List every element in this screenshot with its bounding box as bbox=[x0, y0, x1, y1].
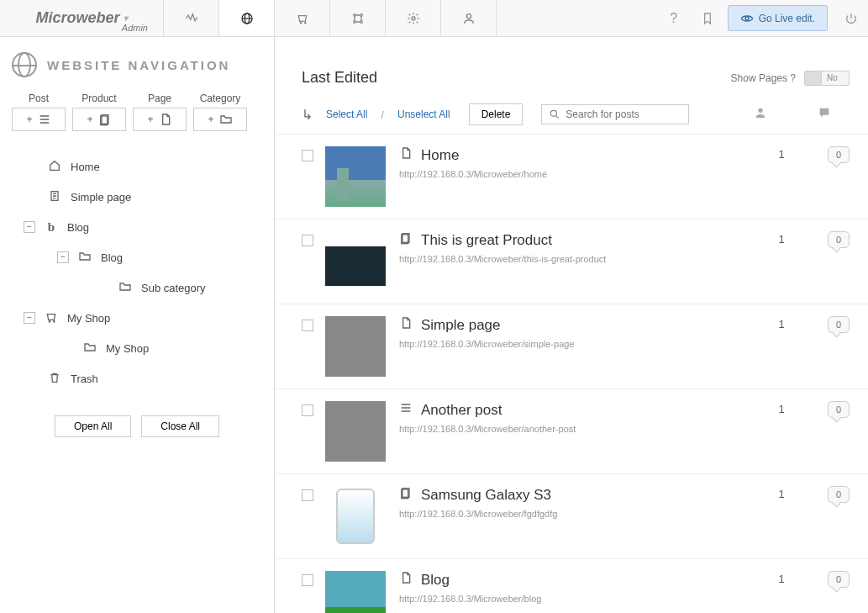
globe-icon bbox=[12, 52, 37, 77]
brand-logo[interactable]: Microweber ▾ Admin bbox=[0, 0, 164, 36]
svg-point-15 bbox=[54, 320, 55, 321]
row-type-icon bbox=[399, 571, 413, 589]
row-checkbox[interactable] bbox=[302, 489, 313, 501]
add-row: Post + Product + Page + Category + bbox=[12, 92, 262, 131]
content-row[interactable]: Samsung Galaxy S3http://192.168.0.3/Micr… bbox=[275, 474, 868, 559]
show-pages-label: Show Pages ? bbox=[731, 72, 796, 84]
row-comments-count[interactable]: 0 bbox=[828, 146, 850, 163]
row-type-icon bbox=[399, 316, 413, 334]
select-all-link[interactable]: Select All bbox=[326, 108, 367, 120]
tree-trash[interactable]: Trash bbox=[12, 363, 262, 394]
unselect-all-link[interactable]: Unselect All bbox=[397, 108, 450, 120]
show-pages-toggle[interactable]: No bbox=[804, 71, 850, 86]
row-comments-count[interactable]: 0 bbox=[828, 316, 850, 333]
row-thumbnail[interactable] bbox=[325, 571, 386, 613]
help-icon[interactable]: ? bbox=[657, 0, 691, 36]
row-url: http://192.168.0.3/Microweber/fgdfgdfg bbox=[399, 509, 760, 519]
row-checkbox[interactable] bbox=[302, 404, 313, 416]
row-checkbox[interactable] bbox=[302, 150, 313, 161]
go-live-label: Go Live edit. bbox=[759, 13, 815, 24]
collapse-icon[interactable]: − bbox=[24, 221, 35, 233]
add-page-button[interactable]: + bbox=[133, 108, 187, 131]
nav-tree: Home Simple page − b Blog − Blog Sub cat… bbox=[12, 151, 262, 394]
content-row[interactable]: Bloghttp://192.168.0.3/Microweber/blog10 bbox=[275, 559, 868, 613]
page-icon bbox=[45, 189, 64, 205]
content-row[interactable]: This is great Producthttp://192.168.0.3/… bbox=[275, 219, 868, 304]
row-author-count: 1 bbox=[760, 488, 802, 500]
row-thumbnail[interactable] bbox=[325, 486, 386, 547]
row-thumbnail[interactable] bbox=[325, 146, 386, 207]
nav-shop-icon[interactable] bbox=[275, 0, 330, 36]
collapse-icon[interactable]: − bbox=[24, 312, 35, 324]
search-box[interactable] bbox=[541, 104, 689, 124]
row-title: This is great Product bbox=[421, 232, 552, 249]
svg-point-6 bbox=[353, 20, 355, 23]
row-url: http://192.168.0.3/Microweber/blog bbox=[399, 594, 760, 604]
select-arrow-icon: ↳ bbox=[302, 107, 313, 123]
row-author-count: 1 bbox=[760, 233, 802, 246]
nav-settings-icon[interactable] bbox=[386, 0, 441, 36]
row-title: Home bbox=[421, 147, 459, 164]
tree-simple-page[interactable]: Simple page bbox=[12, 182, 262, 212]
row-title: Blog bbox=[421, 572, 450, 589]
row-author-count: 1 bbox=[760, 573, 802, 585]
row-title: Samsung Galaxy S3 bbox=[421, 487, 551, 504]
author-column-icon bbox=[735, 106, 786, 123]
bookmark-icon[interactable] bbox=[691, 0, 724, 36]
nav-modules-icon[interactable] bbox=[330, 0, 386, 36]
row-thumbnail[interactable] bbox=[325, 401, 386, 462]
row-checkbox[interactable] bbox=[302, 574, 313, 586]
row-checkbox[interactable] bbox=[302, 235, 313, 246]
content-list: Homehttp://192.168.0.3/Microweber/home10… bbox=[275, 135, 868, 613]
open-all-button[interactable]: Open All bbox=[55, 415, 131, 437]
content-row[interactable]: Another posthttp://192.168.0.3/Microwebe… bbox=[275, 389, 868, 474]
home-icon bbox=[45, 159, 64, 175]
tree-blog-child[interactable]: − Blog bbox=[12, 242, 262, 272]
add-product-button[interactable]: + bbox=[72, 108, 126, 131]
row-url: http://192.168.0.3/Microweber/another-po… bbox=[399, 424, 760, 434]
add-product-label: Product bbox=[72, 92, 126, 104]
tree-shop-child[interactable]: My Shop bbox=[12, 333, 262, 363]
tree-sub-category[interactable]: Sub category bbox=[12, 272, 262, 303]
nav-website-icon[interactable] bbox=[219, 0, 275, 36]
add-post-button[interactable]: + bbox=[12, 108, 66, 131]
trash-icon bbox=[45, 371, 64, 387]
row-comments-count[interactable]: 0 bbox=[828, 401, 850, 418]
nav-users-icon[interactable] bbox=[441, 0, 497, 36]
list-toolbar: ↳ Select All / Unselect All Delete bbox=[275, 100, 868, 135]
svg-point-3 bbox=[304, 22, 305, 23]
content-row[interactable]: Simple pagehttp://192.168.0.3/Microweber… bbox=[275, 304, 868, 389]
row-thumbnail[interactable] bbox=[325, 316, 386, 377]
row-comments-count[interactable]: 0 bbox=[828, 571, 850, 588]
tree-shop[interactable]: − My Shop bbox=[12, 303, 262, 333]
close-all-button[interactable]: Close All bbox=[141, 415, 219, 437]
search-input[interactable] bbox=[566, 108, 681, 120]
svg-point-4 bbox=[353, 13, 355, 16]
tree-blog[interactable]: − b Blog bbox=[12, 212, 262, 242]
row-thumbnail[interactable] bbox=[325, 231, 386, 292]
row-title: Simple page bbox=[421, 317, 501, 334]
row-url: http://192.168.0.3/Microweber/simple-pag… bbox=[399, 339, 760, 349]
blog-icon: b bbox=[42, 220, 60, 235]
nav-dashboard-icon[interactable] bbox=[164, 0, 219, 36]
svg-point-9 bbox=[466, 13, 471, 18]
delete-button[interactable]: Delete bbox=[469, 103, 523, 125]
svg-point-16 bbox=[551, 110, 557, 116]
folder-icon bbox=[81, 341, 99, 357]
power-icon[interactable] bbox=[834, 0, 868, 36]
row-comments-count[interactable]: 0 bbox=[828, 231, 850, 248]
row-checkbox[interactable] bbox=[302, 320, 313, 331]
add-category-button[interactable]: + bbox=[193, 108, 247, 131]
row-type-icon bbox=[399, 146, 413, 164]
go-live-button[interactable]: Go Live edit. bbox=[728, 5, 828, 31]
collapse-icon[interactable]: − bbox=[57, 251, 69, 263]
folder-icon bbox=[76, 250, 94, 266]
svg-point-17 bbox=[758, 108, 762, 113]
tree-home[interactable]: Home bbox=[12, 151, 262, 182]
row-title: Another post bbox=[421, 402, 502, 419]
row-comments-count[interactable]: 0 bbox=[828, 486, 850, 503]
svg-point-5 bbox=[360, 13, 362, 16]
cart-icon bbox=[42, 310, 60, 326]
content-row[interactable]: Homehttp://192.168.0.3/Microweber/home10 bbox=[275, 135, 868, 219]
row-type-icon bbox=[399, 231, 413, 249]
